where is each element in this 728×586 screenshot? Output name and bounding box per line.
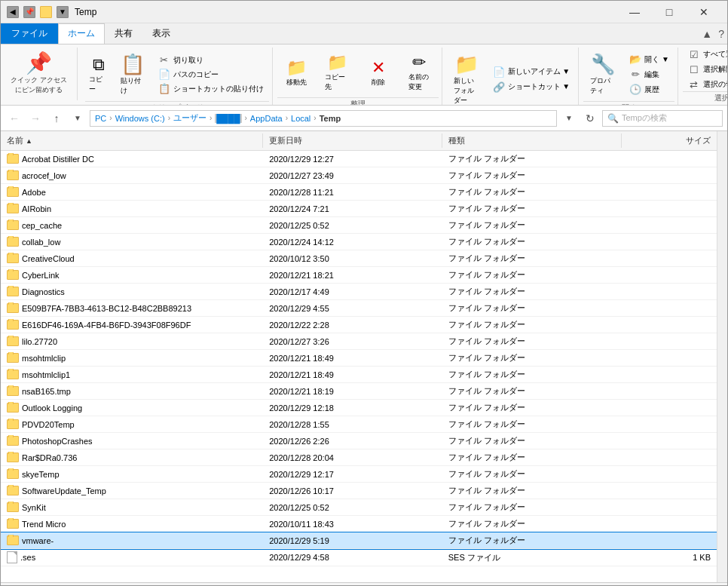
right-scrollbar[interactable]	[717, 131, 727, 582]
folder-icon	[7, 237, 19, 247]
breadcrumb-local[interactable]: Local	[291, 114, 310, 123]
folder-icon	[7, 154, 19, 164]
table-row[interactable]: msohtmlclip1 2020/12/21 18:49 ファイル フォルダー	[1, 367, 717, 383]
search-box[interactable]: 🔍 Tempの検索	[602, 110, 723, 127]
table-row[interactable]: .ses 2020/12/29 4:58 SES ファイル 1 KB	[1, 549, 717, 566]
table-row[interactable]: Rar$DRa0.736 2020/12/28 20:04 ファイル フォルダー	[1, 449, 717, 466]
table-row[interactable]: lilo.27720 2020/12/27 3:26 ファイル フォルダー	[1, 333, 717, 350]
copy-path-button[interactable]: 📄 パスのコピー	[153, 68, 269, 81]
cell-size	[621, 440, 717, 442]
col-header-date[interactable]: 更新日時	[263, 133, 442, 148]
cell-size	[621, 175, 717, 176]
cut-button[interactable]: ✂ 切り取り	[153, 54, 269, 67]
forward-button[interactable]: →	[26, 109, 44, 127]
breadcrumb-windows[interactable]: Windows (C:)	[115, 114, 165, 123]
table-row[interactable]: Diagnostics 2020/12/17 4:49 ファイル フォルダー	[1, 284, 717, 300]
table-row[interactable]: acrocef_low 2020/12/27 23:49 ファイル フォルダー	[1, 167, 717, 184]
cell-type: ファイル フォルダー	[442, 202, 622, 215]
breadcrumb-username[interactable]: ████	[215, 114, 241, 123]
cell-date: 2020/12/22 2:28	[263, 320, 442, 330]
ribbon: ファイル ホーム 共有 表示 ▲ ? 📌 クイック アクセスにピン留めする ⧉ …	[1, 23, 727, 106]
table-row[interactable]: PDVD20Temp 2020/12/28 1:55 ファイル フォルダー	[1, 416, 717, 433]
close-button[interactable]: ✕	[687, 1, 721, 23]
table-row[interactable]: E616DF46-169A-4FB4-B6FD-3943F08F96DF 202…	[1, 317, 717, 333]
help-btn[interactable]: ?	[718, 28, 724, 40]
back-button[interactable]: ←	[5, 109, 23, 127]
file-icon	[7, 551, 17, 563]
ribbon-collapse-btn[interactable]: ▲	[702, 28, 712, 40]
table-row[interactable]: Adobe 2020/12/28 11:21 ファイル フォルダー	[1, 184, 717, 201]
address-dropdown-button[interactable]: ▼	[560, 109, 578, 127]
table-row[interactable]: SynKit 2020/12/25 0:52 ファイル フォルダー	[1, 499, 717, 516]
cell-name: E616DF46-169A-4FB4-B6FD-3943F08F96DF	[1, 319, 263, 330]
cell-type: ファイル フォルダー	[442, 484, 622, 497]
shortcut-button[interactable]: 🔗 ショートカット ▼	[488, 80, 576, 94]
invert-selection-button[interactable]: ⇄ 選択の切り替え	[683, 78, 727, 91]
breadcrumb-pc[interactable]: PC	[95, 114, 106, 123]
minimize-button[interactable]: —	[617, 1, 652, 23]
table-row[interactable]: Trend Micro 2020/10/11 18:43 ファイル フォルダー	[1, 516, 717, 532]
col-header-type[interactable]: 種類	[442, 133, 622, 148]
table-row[interactable]: CreativeCloud 2020/10/12 3:50 ファイル フォルダー	[1, 250, 717, 267]
tab-view[interactable]: 表示	[142, 23, 180, 44]
copy-to-icon: 📁	[327, 53, 347, 72]
cell-type: ファイル フォルダー	[442, 468, 622, 480]
clipboard-label: クリップボード	[85, 101, 269, 105]
edit-button[interactable]: ✏ 編集	[624, 68, 674, 81]
new-folder-button[interactable]: 📁 新しいフォルダー	[447, 48, 486, 105]
col-header-name[interactable]: 名前 ▲	[1, 133, 263, 148]
table-row[interactable]: nsaB165.tmp 2020/12/21 18:19 ファイル フォルダー	[1, 383, 717, 400]
table-row[interactable]: Acrobat Distiller DC 2020/12/29 12:27 ファ…	[1, 151, 717, 167]
refresh-button[interactable]: ↻	[581, 109, 599, 127]
cell-date: 2020/12/17 4:49	[263, 287, 442, 297]
copy-button[interactable]: ⧉ コピー	[85, 51, 112, 98]
breadcrumb-bar[interactable]: PC › Windows (C:) › ユーザー › ████ › AppDat…	[90, 110, 557, 127]
table-row[interactable]: skyeTemp 2020/12/29 12:17 ファイル フォルダー	[1, 466, 717, 483]
cell-date: 2020/12/29 12:17	[263, 469, 442, 480]
properties-button[interactable]: 🔧 プロパティ	[583, 48, 622, 101]
table-row[interactable]: AIRobin 2020/12/24 7:21 ファイル フォルダー	[1, 201, 717, 217]
breadcrumb-appdata[interactable]: AppData	[250, 114, 283, 123]
table-row[interactable]: collab_low 2020/12/24 14:12 ファイル フォルダー	[1, 234, 717, 250]
cell-name: PhotoshopCrashes	[1, 435, 263, 446]
paste-shortcut-button[interactable]: 📋 ショートカットの貼り付け	[153, 82, 269, 96]
up-button[interactable]: ↑	[47, 109, 66, 127]
rename-button[interactable]: ✏ 名前の変更	[399, 48, 439, 97]
copy-to-button[interactable]: 📁 コピー先	[318, 48, 357, 97]
table-row[interactable]: SoftwareUpdate_Temp 2020/12/26 10:17 ファイ…	[1, 483, 717, 499]
tab-home[interactable]: ホーム	[58, 23, 105, 44]
new-item-button[interactable]: 📄 新しいアイテム ▼	[488, 65, 576, 78]
table-row[interactable]: E509B7FA-7BB3-4613-BC12-B48C2BB89213 202…	[1, 300, 717, 317]
history-button[interactable]: 🕒 展歴	[624, 83, 674, 97]
table-row[interactable]: PhotoshopCrashes 2020/12/26 2:26 ファイル フォ…	[1, 433, 717, 449]
open-button[interactable]: 📂 開く ▼	[624, 53, 674, 66]
cell-size	[621, 357, 717, 359]
table-row[interactable]: vmware- 2020/12/29 5:19 ファイル フォルダー	[1, 532, 717, 549]
table-row[interactable]: Outlook Logging 2020/12/29 12:18 ファイル フォ…	[1, 400, 717, 416]
folder-icon	[7, 187, 19, 197]
tab-share[interactable]: 共有	[105, 23, 142, 44]
pin-icon[interactable]: 📌	[23, 6, 35, 18]
col-header-size[interactable]: サイズ	[622, 133, 717, 148]
select-all-button[interactable]: ☑ すべて選択	[683, 48, 727, 61]
deselect-button[interactable]: ☐ 選択解除	[683, 63, 727, 76]
maximize-button[interactable]: □	[652, 1, 687, 23]
table-row[interactable]: CyberLink 2020/12/21 18:21 ファイル フォルダー	[1, 267, 717, 284]
quick-access-pin-button[interactable]: 📌 クイック アクセスにピン留めする	[4, 48, 74, 100]
recent-locations-button[interactable]: ▼	[69, 109, 87, 127]
dropdown-icon[interactable]: ▼	[57, 6, 69, 18]
tab-file[interactable]: ファイル	[1, 23, 58, 44]
cell-date: 2020/12/26 10:17	[263, 486, 442, 496]
move-to-button[interactable]: 📁 移動先	[277, 52, 317, 94]
delete-button[interactable]: ✕ 削除	[359, 52, 398, 94]
breadcrumb-temp[interactable]: Temp	[320, 114, 341, 123]
breadcrumb-users[interactable]: ユーザー	[173, 112, 206, 124]
table-row[interactable]: msohtmlclip 2020/12/21 18:49 ファイル フォルダー	[1, 350, 717, 367]
quick-access-icon[interactable]: ◀	[7, 6, 19, 18]
table-row[interactable]: cep_cache 2020/12/25 0:52 ファイル フォルダー	[1, 217, 717, 234]
file-list[interactable]: 名前 ▲ 更新日時 種類 サイズ Acrobat Distiller DC 20…	[1, 131, 717, 582]
cut-icon: ✂	[158, 54, 170, 66]
paste-button[interactable]: 📋 貼り付け	[114, 48, 151, 101]
cell-date: 2020/12/27 23:49	[263, 170, 442, 181]
folder-icon	[7, 336, 19, 346]
